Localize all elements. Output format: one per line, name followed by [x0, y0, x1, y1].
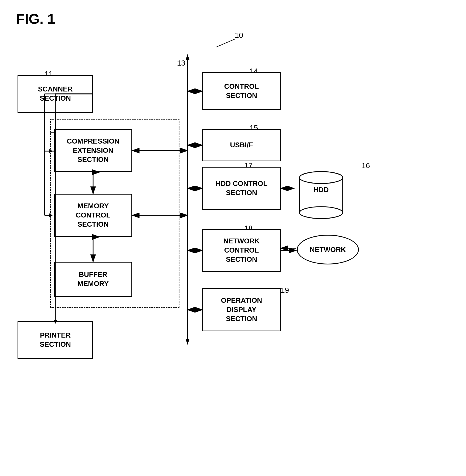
usbi-box: USBI/F — [202, 129, 281, 161]
svg-point-4 — [300, 172, 343, 183]
compression-section-label: COMPRESSION EXTENSION SECTION — [67, 137, 119, 164]
operation-display-label: OPERATION DISPLAY SECTION — [221, 296, 262, 323]
control-section-label: CONTROL SECTION — [224, 82, 259, 100]
compression-section-box: COMPRESSION EXTENSION SECTION — [54, 129, 132, 172]
printer-section-box: PRINTER SECTION — [18, 321, 93, 359]
network-device-shape: NETWORK — [297, 235, 359, 264]
usbi-label: USBI/F — [230, 141, 253, 150]
memory-control-box: MEMORY CONTROL SECTION — [54, 194, 132, 237]
ref-13: 13 — [177, 59, 185, 67]
printer-section-label: PRINTER SECTION — [40, 331, 71, 349]
hdd-device-shape: HDD — [294, 167, 348, 222]
ref-19: 19 — [281, 286, 289, 295]
operation-display-box: OPERATION DISPLAY SECTION — [202, 288, 281, 331]
scanner-section-box: SCANNER SECTION — [18, 75, 93, 113]
svg-marker-11 — [186, 54, 189, 60]
hdd-label: HDD — [294, 186, 348, 194]
ref-10: 10 — [235, 31, 243, 40]
hdd-control-box: HDD CONTROL SECTION — [202, 167, 281, 210]
figure-title: FIG. 1 — [16, 11, 55, 27]
network-control-label: NETWORK CONTROL SECTION — [223, 237, 260, 264]
control-section-box: CONTROL SECTION — [202, 72, 281, 110]
memory-control-label: MEMORY CONTROL SECTION — [76, 202, 111, 229]
svg-point-2 — [300, 207, 343, 219]
network-label: NETWORK — [310, 246, 346, 254]
buffer-memory-box: BUFFER MEMORY — [54, 262, 132, 297]
hdd-control-label: HDD CONTROL SECTION — [216, 179, 267, 198]
ref-16: 16 — [362, 161, 370, 170]
scanner-section-label: SCANNER SECTION — [38, 85, 73, 103]
svg-line-9 — [216, 39, 235, 47]
buffer-memory-label: BUFFER MEMORY — [77, 270, 109, 288]
network-control-box: NETWORK CONTROL SECTION — [202, 229, 281, 272]
svg-marker-12 — [186, 339, 189, 345]
